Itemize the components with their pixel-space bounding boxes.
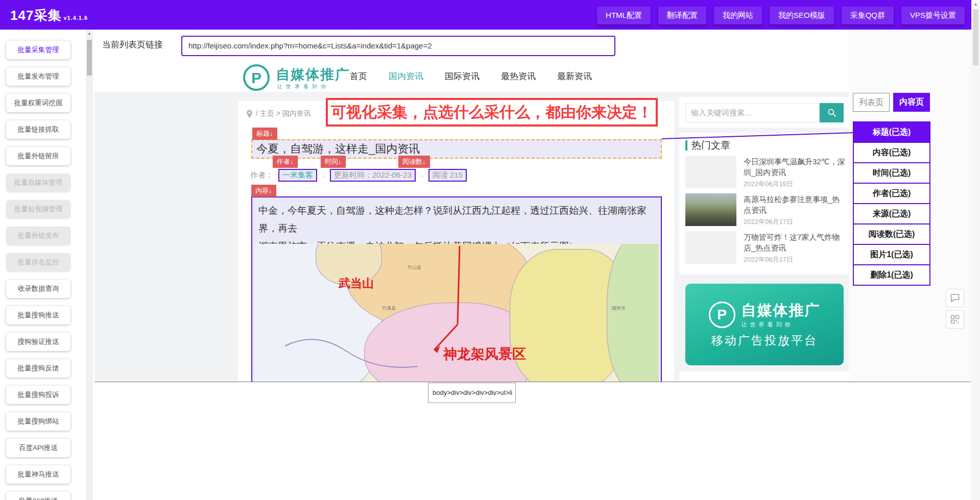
- nav-vps-dial[interactable]: VPS拨号设置: [901, 7, 965, 24]
- qr-code-icon: [950, 315, 960, 324]
- field-title-selected[interactable]: 标题(已选): [853, 121, 930, 143]
- sidebar-item-sogou-complaint[interactable]: 批量搜狗投诉: [6, 386, 70, 404]
- site-nav-hottest[interactable]: 最热资讯: [501, 70, 536, 82]
- tag-reads[interactable]: 阅读数↓: [398, 156, 430, 168]
- sidebar-item-baidu-api[interactable]: 百度API推送: [6, 439, 70, 457]
- site-logo-text: 自媒体推广: [276, 65, 350, 84]
- nav-translate-config[interactable]: 翻译配置: [658, 7, 706, 24]
- nav-html-config[interactable]: HTML配置: [597, 7, 651, 24]
- bottom-data-panel: [94, 382, 971, 500]
- selected-reads[interactable]: 阅读 215: [428, 169, 467, 182]
- hot-item-thumbnail[interactable]: [685, 156, 736, 188]
- field-content-selected[interactable]: 内容(已选): [853, 142, 930, 163]
- site-nav-latest[interactable]: 最新资讯: [557, 70, 592, 82]
- ad-tagline: 让世界看到你: [742, 321, 821, 329]
- top-nav: HTML配置 翻译配置 我的网站 我的SEO模版 采集QQ群 VPS拨号设置: [597, 7, 965, 24]
- visual-collect-banner: 可视化采集，点选什么采什么，都由你来决定！: [326, 98, 658, 127]
- hot-articles-title: 热门文章: [691, 139, 730, 152]
- selected-author[interactable]: 一米集客: [278, 169, 317, 182]
- hot-item-title[interactable]: 高原马拉松参赛注意事项_热点资讯: [744, 194, 846, 215]
- hot-item-date: 2022年06月17日: [744, 255, 793, 264]
- selected-article-title[interactable]: 今夏，自驾游，这样走_国内资讯: [251, 139, 662, 159]
- search-button[interactable]: [820, 103, 844, 122]
- window-scrollbar[interactable]: ▲: [971, 0, 980, 500]
- breadcrumb-text: / 主页 > 国内资讯: [256, 109, 311, 118]
- content-line-1: 中金，今年夏天，自驾游，这种走怎样？说到从江西九江起程，透过江西始兴、往湖南张家…: [258, 205, 647, 234]
- site-nav-international[interactable]: 国际资讯: [445, 70, 480, 82]
- field-reads-selected[interactable]: 阅读数(已选): [853, 223, 930, 245]
- map-micro-label: 竹山县: [408, 264, 421, 271]
- search-icon: [827, 108, 837, 118]
- ad-banner[interactable]: P 自媒体推广 让世界看到你 移动广告投放平台: [685, 284, 844, 365]
- sidebar-item-index-query[interactable]: 收录数据查询: [6, 280, 70, 298]
- sidebar-item-360-push[interactable]: 批量360推送: [6, 492, 70, 500]
- hot-item-title[interactable]: 今日深圳事气温飙升32℃，深圳_国内资讯: [744, 156, 846, 178]
- site-nav-home[interactable]: 首页: [350, 70, 367, 82]
- field-source-selected[interactable]: 来源(已选): [853, 203, 930, 224]
- sidebar-item-media-manage: 批量自媒体管理: [6, 173, 70, 192]
- qr-widget-button[interactable]: [946, 310, 964, 329]
- sidebar-item-sogou-bind[interactable]: 批量搜狗绑站: [6, 412, 70, 431]
- tab-list-page[interactable]: 列表页: [853, 93, 890, 112]
- chat-bubble-icon: [950, 293, 960, 303]
- ad-brand-text: 自媒体推广: [742, 301, 821, 321]
- keyword-search-input[interactable]: 输入关键词搜索...: [685, 103, 820, 122]
- top-bar: 147采集v1.4.1.6 HTML配置 翻译配置 我的网站 我的SEO模版 采…: [0, 0, 980, 30]
- sidebar-item-sogou-push[interactable]: 批量搜狗推送: [6, 306, 70, 324]
- tag-author[interactable]: 作者↓: [273, 156, 298, 168]
- tab-content-page[interactable]: 内容页: [893, 93, 930, 112]
- nav-my-sites[interactable]: 我的网站: [714, 7, 762, 24]
- sidebar-item-backlink-trace[interactable]: 批量外链留痕: [6, 147, 70, 165]
- field-time-selected[interactable]: 时间(已选): [853, 162, 930, 184]
- hot-item-thumbnail[interactable]: [685, 231, 736, 264]
- site-nav-domestic[interactable]: 国内资讯: [389, 70, 423, 82]
- sidebar-item-publish-manage[interactable]: 批量发布管理: [6, 67, 70, 86]
- scrollbar-thumb[interactable]: [973, 9, 978, 65]
- site-logo-icon: P: [243, 64, 270, 91]
- partial-card: [679, 371, 849, 382]
- sidebar-item-collect-manage[interactable]: 批量采集管理: [6, 41, 70, 59]
- current-list-url-label: 当前列表页链接: [102, 39, 163, 51]
- field-author-selected[interactable]: 作者(已选): [853, 183, 930, 204]
- nav-qq-group[interactable]: 采集QQ群: [842, 7, 894, 24]
- sidebar-item-rank-monitor: 批量排名监控: [6, 253, 70, 271]
- sidebar: 批量采集管理 批量发布管理 批量权重词挖掘 批量链接抓取 批量外链留痕 批量自媒…: [6, 41, 70, 500]
- ad-subtitle: 移动广告投放平台: [711, 333, 818, 348]
- scroll-up-icon[interactable]: ▲: [86, 30, 93, 38]
- scroll-up-icon[interactable]: ▲: [971, 0, 980, 8]
- sidebar-item-keyword-mining[interactable]: 批量权重词挖掘: [6, 94, 70, 112]
- tag-time[interactable]: 时间↓: [321, 156, 346, 168]
- sidebar-scrollbar[interactable]: ▲: [86, 30, 93, 500]
- tag-content[interactable]: 内容↓: [251, 185, 276, 197]
- app-version: v1.4.1.6: [63, 15, 88, 21]
- section-accent-bar: [685, 140, 687, 151]
- list-url-input[interactable]: http://feijiseo.com/index.php?m=home&c=L…: [181, 36, 615, 56]
- author-label: 作者：: [250, 170, 273, 180]
- nav-seo-templates[interactable]: 我的SEO模版: [770, 7, 834, 24]
- hot-item-thumbnail[interactable]: [685, 193, 736, 226]
- map-micro-label: 竹溪县: [382, 305, 396, 312]
- sidebar-item-sogou-verify[interactable]: 搜狗验证推送: [6, 333, 70, 351]
- article-meta-row: 作者： 一米集客 · 更新时间：2022-06-23 · 阅读 215: [250, 168, 467, 182]
- field-delete1-selected[interactable]: 删除1(已选): [853, 264, 930, 286]
- field-image1-selected[interactable]: 图片1(已选): [853, 244, 930, 265]
- hot-item-date: 2022年06月19日: [744, 180, 793, 189]
- selector-input[interactable]: body>div>div>div>div>ul>li: [428, 383, 516, 403]
- chat-widget-button[interactable]: [946, 289, 964, 307]
- selected-fields-panel: 标题(已选) 内容(已选) 时间(已选) 作者(已选) 来源(已选) 阅读数(已…: [853, 122, 930, 286]
- sidebar-item-sogou-feedback[interactable]: 批量搜狗反馈: [6, 359, 70, 378]
- map-micro-label: 随州市: [612, 305, 626, 312]
- site-logo-tagline: 让世界看到你: [277, 83, 329, 90]
- scrollbar-thumb[interactable]: [87, 40, 92, 76]
- tag-title[interactable]: 标题↓: [252, 128, 277, 140]
- map-label-shenlongjia: 神龙架风景区: [443, 345, 526, 363]
- site-nav: 首页 国内资讯 国际资讯 最热资讯 最新资讯: [350, 70, 592, 82]
- ad-logo-icon: P: [709, 302, 735, 328]
- hot-item-title[interactable]: 万物皆可炸！这7家人气炸物店_热点资讯: [744, 232, 846, 253]
- selected-time[interactable]: 更新时间：2022-06-23: [330, 169, 416, 182]
- app-title: 147采集v1.4.1.6: [10, 7, 88, 24]
- map-label-wudangshan: 武当山: [339, 276, 374, 291]
- sidebar-item-link-grab[interactable]: 批量链接抓取: [6, 120, 70, 139]
- sidebar-item-shenma-push[interactable]: 批量神马推送: [6, 465, 70, 484]
- hot-articles-header: 热门文章: [685, 139, 730, 152]
